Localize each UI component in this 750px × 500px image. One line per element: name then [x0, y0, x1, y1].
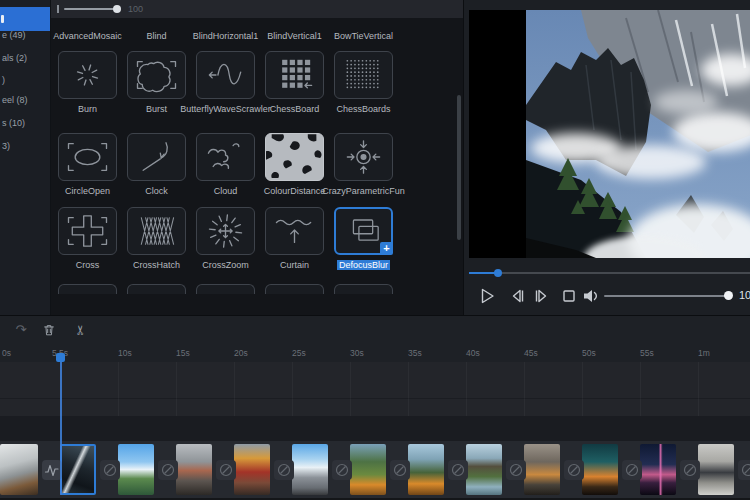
ruler-tick-label: 0s	[2, 348, 11, 358]
transition-slot-empty[interactable]	[506, 460, 526, 480]
timeline-clip-11-thumbnail[interactable]	[582, 444, 618, 495]
next-frame-button[interactable]	[532, 286, 552, 306]
track-gridline	[292, 362, 293, 416]
delete-button[interactable]	[40, 321, 58, 339]
timeline-clip-13-thumbnail[interactable]	[698, 444, 734, 495]
transition-tile-butterflywavescrawler[interactable]	[196, 51, 255, 99]
transition-tile-crazyparametricfun[interactable]	[334, 133, 393, 181]
transition-label: Clock	[145, 186, 168, 196]
transition-slot-empty[interactable]	[100, 460, 120, 480]
sidebar-category-item[interactable]: s (10)	[2, 118, 25, 128]
zoom-slider-value: 100	[128, 4, 143, 14]
transition-cell: CrossZoom	[196, 207, 255, 270]
track-separator	[0, 398, 750, 399]
transition-slot-empty[interactable]	[622, 460, 642, 480]
transition-slot-empty[interactable]	[680, 460, 700, 480]
timeline-clip-2-thumbnail[interactable]	[60, 444, 96, 495]
sidebar-category-item[interactable]: 3)	[2, 141, 10, 151]
transition-slot-empty[interactable]	[158, 460, 178, 480]
zoom-slider-min-tick	[57, 5, 59, 13]
timeline-clip-10-thumbnail[interactable]	[524, 444, 560, 495]
timeline-clip-12-thumbnail[interactable]	[640, 444, 676, 495]
transition-label: ButterflyWaveScrawler	[180, 104, 271, 114]
track-gridline	[698, 362, 699, 416]
transition-slot-empty[interactable]	[390, 460, 410, 480]
transition-tile-chessboard[interactable]	[265, 51, 324, 99]
transition-tile-colourdistance[interactable]	[265, 133, 324, 181]
timeline-clip-5-thumbnail[interactable]	[234, 444, 270, 495]
transition-tile-circleopen[interactable]	[58, 133, 117, 181]
playhead-handle[interactable]	[56, 353, 65, 362]
transition-slot-empty[interactable]	[738, 460, 750, 480]
transition-slot-empty[interactable]	[332, 460, 352, 480]
timeline-clip-7-thumbnail[interactable]	[350, 444, 386, 495]
stop-button[interactable]	[559, 286, 579, 306]
transitions-scrollbar[interactable]	[457, 95, 461, 240]
timeline-clip-3-thumbnail[interactable]	[118, 444, 154, 495]
zoom-slider[interactable]	[64, 8, 118, 10]
sidebar-category-item[interactable]: als (2)	[2, 53, 27, 63]
transition-label: BowTieVertical	[334, 31, 393, 41]
timeline-clip-4-thumbnail[interactable]	[176, 444, 212, 495]
timeline-clip-9-thumbnail[interactable]	[466, 444, 502, 495]
ruler-tick-label: 45s	[524, 348, 538, 358]
transition-cell: Burst	[127, 51, 186, 114]
volume-button[interactable]	[581, 286, 601, 306]
transition-tile-partial[interactable]	[334, 284, 393, 294]
transition-tile-crosshatch[interactable]	[127, 207, 186, 255]
timeline-clip-1-thumbnail[interactable]	[0, 444, 38, 495]
timeline-ruler[interactable]: 0s5.5s10s15s20s25s30s35s40s45s50s55s1m	[0, 344, 750, 362]
transition-tile-curtain[interactable]	[265, 207, 324, 255]
undo-button[interactable]: ↷	[12, 321, 30, 339]
transitions-row: BurnBurstButterflyWaveScrawlerChessBoard…	[58, 51, 458, 114]
transition-cell: +DefocusBlur	[334, 207, 393, 270]
transition-cell: CrazyParametricFun	[334, 133, 393, 196]
trash-icon	[42, 325, 56, 340]
transition-tile-partial[interactable]	[265, 284, 324, 294]
transition-label: Burst	[146, 104, 167, 114]
transition-tile-partial[interactable]	[127, 284, 186, 294]
zoom-slider-knob[interactable]	[113, 5, 121, 13]
transition-tile-burn[interactable]	[58, 51, 117, 99]
transition-label: AdvancedMosaic	[53, 31, 122, 41]
play-button[interactable]	[477, 286, 497, 306]
ruler-tick-label: 10s	[118, 348, 132, 358]
transition-label: DefocusBlur	[337, 260, 390, 270]
transition-slot-empty[interactable]	[216, 460, 236, 480]
transition-tile-burst[interactable]	[127, 51, 186, 99]
transition-slot-empty[interactable]	[448, 460, 468, 480]
transition-slot-applied[interactable]	[42, 460, 62, 480]
transitions-panel: 100 AdvancedMosaicBlindBlindHorizontal1B…	[51, 0, 463, 315]
ruler-tick-label: 35s	[408, 348, 422, 358]
transition-label: Burn	[78, 104, 97, 114]
transition-tile-partial[interactable]	[58, 284, 117, 294]
sidebar-category-item[interactable]	[0, 7, 50, 31]
previous-frame-button[interactable]	[507, 286, 527, 306]
seek-bar-knob[interactable]	[494, 269, 502, 277]
seek-bar[interactable]	[469, 272, 750, 274]
add-transition-badge[interactable]: +	[380, 242, 393, 255]
transition-tile-clock[interactable]	[127, 133, 186, 181]
sidebar-category-item[interactable]: eel (8)	[2, 95, 28, 105]
transitions-row-partial	[58, 284, 458, 294]
ruler-tick-label: 25s	[292, 348, 306, 358]
transition-slot-empty[interactable]	[274, 460, 294, 480]
transition-tile-defocusblur[interactable]: +	[334, 207, 393, 255]
transition-tile-chessboards[interactable]	[334, 51, 393, 99]
transition-tile-partial[interactable]	[196, 284, 255, 294]
sidebar-category-item[interactable]: )	[2, 75, 5, 85]
transition-tile-cloud[interactable]	[196, 133, 255, 181]
transition-tile-cross[interactable]	[58, 207, 117, 255]
volume-slider[interactable]	[604, 295, 731, 297]
transition-tile-crosszoom[interactable]	[196, 207, 255, 255]
transition-slot-empty[interactable]	[564, 460, 584, 480]
split-button[interactable]: ✂	[72, 321, 90, 339]
sidebar-category-item[interactable]: e (49)	[2, 30, 26, 40]
volume-slider-knob[interactable]	[724, 291, 733, 300]
transition-cell: BlindVertical1	[265, 26, 324, 38]
ruler-tick-label: 20s	[234, 348, 248, 358]
timeline-clip-8-thumbnail[interactable]	[408, 444, 444, 495]
transition-cell: CrossHatch	[127, 207, 186, 270]
timeline-clip-6-thumbnail[interactable]	[292, 444, 328, 495]
scissors-icon: ✂	[73, 325, 88, 336]
